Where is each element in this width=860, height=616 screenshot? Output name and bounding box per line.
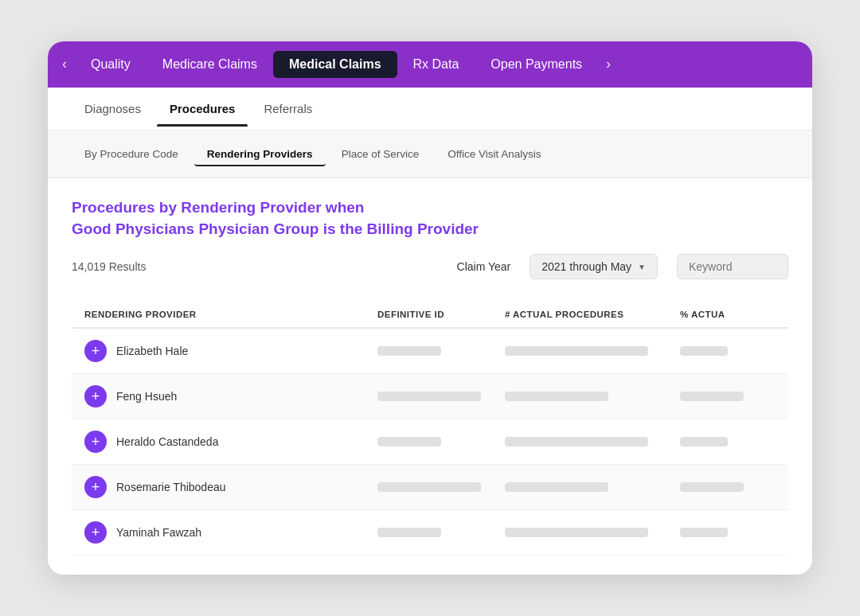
provider-cell: + Heraldo Castandeda	[84, 431, 377, 453]
expand-row-5-button[interactable]: +	[84, 521, 107, 544]
skeleton-definitive-id	[377, 437, 441, 446]
skeleton-procedures	[505, 437, 648, 446]
claim-year-value: 2021 through May	[541, 260, 631, 273]
sub-navigation: Diagnoses Procedures Referrals	[48, 88, 812, 131]
expand-row-1-button[interactable]: +	[84, 340, 107, 362]
table-row: + Feng Hsueh	[72, 374, 788, 419]
subtab-procedures[interactable]: Procedures	[157, 91, 248, 127]
subtab-diagnoses[interactable]: Diagnoses	[72, 91, 154, 127]
filter-navigation: By Procedure Code Rendering Providers Pl…	[48, 131, 812, 178]
tab-medical-claims[interactable]: Medical Claims	[273, 51, 397, 78]
skeleton-pct	[680, 346, 728, 356]
provider-name: Yaminah Fawzah	[116, 526, 201, 539]
filter-office-visit-analysis[interactable]: Office Visit Analysis	[435, 142, 553, 166]
tab-open-payments[interactable]: Open Payments	[475, 51, 598, 78]
filter-by-procedure-code[interactable]: By Procedure Code	[72, 142, 191, 166]
table-header: RENDERING PROVIDER DEFINITIVE ID # ACTUA…	[72, 302, 788, 329]
claim-year-label: Claim Year	[457, 260, 511, 273]
provider-cell: + Yaminah Fawzah	[84, 521, 377, 544]
skeleton-procedures	[505, 392, 608, 401]
skeleton-definitive-id	[377, 346, 441, 356]
col-actual-procedures: # ACTUAL PROCEDURES	[505, 310, 680, 319]
skeleton-procedures	[505, 528, 648, 537]
provider-cell: + Elizabeth Hale	[84, 340, 377, 362]
skeleton-definitive-id	[377, 528, 441, 537]
main-card: ‹ Quality Medicare Claims Medical Claims…	[48, 41, 812, 575]
skeleton-pct	[680, 392, 744, 401]
dropdown-arrow-icon: ▼	[638, 263, 646, 271]
skeleton-pct	[680, 437, 728, 446]
main-content: Procedures by Rendering Provider when Go…	[48, 178, 812, 575]
nav-next-arrow[interactable]: ›	[598, 49, 619, 79]
nav-prev-arrow[interactable]: ‹	[54, 49, 75, 79]
expand-row-2-button[interactable]: +	[84, 385, 107, 407]
results-row: 14,019 Results Claim Year 2021 through M…	[72, 254, 788, 279]
table-row: + Yaminah Fawzah	[72, 510, 788, 556]
provider-name: Rosemarie Thibodeau	[116, 481, 226, 493]
provider-name: Elizabeth Hale	[116, 345, 188, 357]
filter-rendering-providers[interactable]: Rendering Providers	[194, 142, 326, 166]
skeleton-pct	[680, 482, 744, 492]
provider-cell: + Rosemarie Thibodeau	[84, 476, 377, 498]
results-table: RENDERING PROVIDER DEFINITIVE ID # ACTUA…	[72, 302, 788, 556]
table-row: + Heraldo Castandeda	[72, 419, 788, 465]
provider-cell: + Feng Hsueh	[84, 385, 377, 407]
keyword-input[interactable]	[677, 254, 788, 279]
filter-place-of-service[interactable]: Place of Service	[329, 142, 432, 166]
expand-row-4-button[interactable]: +	[84, 476, 107, 498]
top-navigation: ‹ Quality Medicare Claims Medical Claims…	[48, 41, 812, 88]
provider-name: Heraldo Castandeda	[116, 435, 218, 448]
tab-quality[interactable]: Quality	[75, 51, 147, 78]
table-row: + Elizabeth Hale	[72, 329, 788, 374]
skeleton-definitive-id	[377, 392, 481, 401]
skeleton-procedures	[505, 482, 608, 492]
col-pct-actual: % ACTUA	[680, 310, 776, 319]
col-definitive-id: DEFINITIVE ID	[377, 310, 505, 319]
subtab-referrals[interactable]: Referrals	[251, 91, 325, 127]
claim-year-dropdown[interactable]: 2021 through May ▼	[530, 254, 658, 279]
results-count: 14,019 Results	[72, 260, 146, 273]
skeleton-pct	[680, 528, 728, 537]
tab-rx-data[interactable]: Rx Data	[397, 51, 475, 78]
section-title: Procedures by Rendering Provider when Go…	[72, 197, 788, 240]
tab-medicare-claims[interactable]: Medicare Claims	[147, 51, 273, 78]
skeleton-procedures	[505, 346, 648, 356]
table-row: + Rosemarie Thibodeau	[72, 465, 788, 510]
expand-row-3-button[interactable]: +	[84, 431, 107, 453]
skeleton-definitive-id	[377, 482, 481, 492]
col-rendering-provider: RENDERING PROVIDER	[84, 310, 377, 319]
provider-name: Feng Hsueh	[116, 390, 177, 403]
